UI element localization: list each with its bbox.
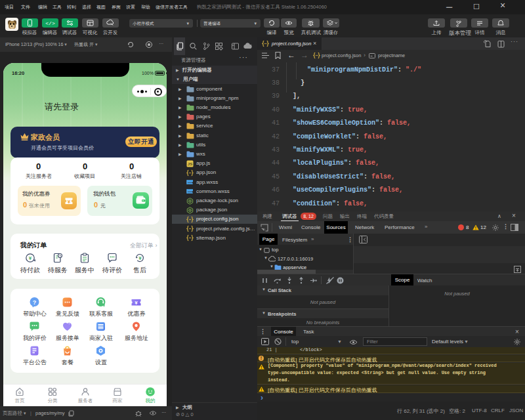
svg-text:?: ? (33, 299, 37, 306)
svg-text:¥: ¥ (29, 255, 32, 261)
svg-text:¥: ¥ (68, 199, 71, 205)
svg-text:¥: ¥ (138, 255, 142, 261)
svg-text:JS: JS (188, 162, 192, 166)
svg-text:</>: </> (45, 20, 55, 26)
svg-text:¥: ¥ (135, 300, 138, 306)
